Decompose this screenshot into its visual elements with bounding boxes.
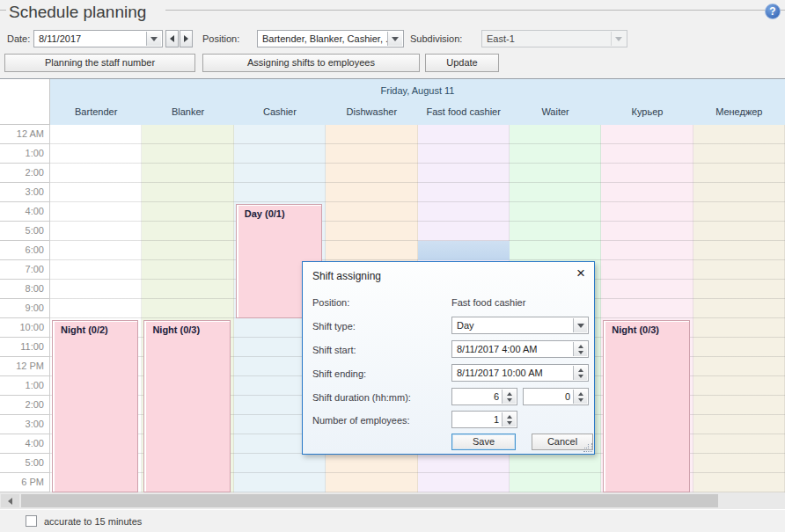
shift-block-3[interactable]: Night (0/3) — [143, 320, 230, 492]
title-rule-left — [0, 10, 6, 11]
shift-block-2[interactable]: Night (0/2) — [52, 320, 138, 492]
subdivision-label: Subdivision: — [410, 33, 462, 44]
shift-type-value: Day — [457, 320, 572, 331]
dlg-duration-label: Shift duration (hh:mm): — [312, 392, 411, 403]
time-label-15: 2:00 — [0, 396, 50, 415]
shift-block-label: Night (0/2) — [53, 321, 137, 335]
time-label-2: 1:00 — [0, 144, 50, 164]
time-label-5: 4:00 — [0, 202, 50, 222]
spin-up-icon — [507, 415, 512, 419]
employees-spinner[interactable] — [502, 412, 516, 426]
chevron-down-icon — [392, 37, 399, 41]
duration-minutes-value: 0 — [528, 391, 570, 402]
column-header-6: Waiter — [510, 101, 601, 125]
shift-block-4[interactable]: Night (0/3) — [603, 320, 689, 492]
spin-down-icon — [507, 421, 512, 425]
assigning-shifts-button[interactable]: Assigning shifts to employees — [202, 54, 420, 72]
subdivision-value: East-1 — [487, 33, 611, 44]
grid-column-8[interactable] — [693, 125, 785, 492]
chevron-left-icon — [8, 498, 12, 505]
shift-type-combo[interactable]: Day — [451, 317, 589, 334]
time-label-14: 1:00 — [0, 376, 50, 396]
chevron-down-icon — [150, 37, 158, 41]
page-title: Schedule planning — [9, 3, 153, 22]
duration-hours-value: 6 — [457, 391, 499, 402]
time-label-13: 12 PM — [0, 357, 50, 376]
time-label-4: 3:00 — [0, 183, 50, 202]
time-label-18: 5:00 — [0, 454, 50, 473]
shift-type-dropdown-button[interactable] — [573, 318, 587, 332]
dlg-position-value: Fast food cashier — [451, 297, 525, 308]
column-header-5: Fast food cashier — [418, 101, 510, 125]
spin-down-icon — [578, 351, 583, 354]
duration-minutes-spinner[interactable] — [573, 390, 587, 404]
scroll-left-button[interactable] — [1, 494, 19, 507]
time-label-9: 8:00 — [0, 280, 50, 299]
duration-minutes-field[interactable]: 0 — [523, 388, 589, 405]
spin-down-icon — [507, 398, 512, 402]
dlg-shift-start-label: Shift start: — [312, 345, 356, 355]
chevron-down-icon — [615, 37, 622, 41]
employees-field[interactable]: 1 — [451, 411, 517, 428]
column-header-1: Bartender — [50, 101, 142, 125]
dlg-shift-type-label: Shift type: — [312, 321, 356, 332]
time-label-10: 9:00 — [0, 299, 50, 318]
spin-down-icon — [578, 375, 583, 378]
dlg-employees-label: Number of employees: — [312, 415, 410, 426]
position-dropdown-button[interactable] — [387, 32, 402, 46]
duration-hours-field[interactable]: 6 — [451, 388, 517, 405]
dlg-shift-ending-label: Shift ending: — [312, 368, 366, 379]
dialog-title: Shift assigning — [312, 270, 381, 282]
arrow-right-icon — [184, 35, 188, 42]
next-day-button[interactable] — [180, 30, 193, 47]
date-label: Date: — [7, 33, 30, 44]
shift-assigning-dialog: Shift assigning × Position: Fast food ca… — [302, 261, 595, 455]
shift-block-label: Night (0/3) — [144, 321, 229, 335]
column-header-4: Dishwasher — [326, 101, 417, 125]
time-label-17: 4:00 — [0, 434, 50, 454]
position-combo[interactable]: Bartender, Blanker, Cashier, ... — [257, 30, 404, 47]
horizontal-scrollbar[interactable] — [0, 492, 785, 509]
shift-ending-field[interactable]: 8/11/2017 10:00 AM — [451, 364, 589, 382]
subdivision-combo: East-1 — [481, 30, 627, 47]
prev-day-button[interactable] — [165, 30, 179, 47]
date-header: Friday, August 11 — [50, 79, 785, 101]
accuracy-checkbox-label: accurate to 15 minutes — [44, 516, 142, 527]
column-header-7: Курьер — [601, 101, 693, 125]
title-rule-right — [165, 10, 785, 11]
spin-up-icon — [578, 368, 583, 372]
date-value: 8/11/2017 — [39, 33, 146, 44]
update-button[interactable]: Update — [425, 54, 499, 72]
time-label-1: 12 AM — [0, 125, 50, 144]
column-header-8: Менеджер — [693, 101, 785, 125]
column-header-2: Blanker — [142, 101, 233, 125]
shift-start-spinner[interactable] — [573, 342, 587, 356]
scrollbar-thumb[interactable] — [21, 494, 718, 507]
column-header-3: Cashier — [234, 101, 326, 125]
column-header-row: BartenderBlankerCashierDishwasherFast fo… — [50, 101, 785, 125]
shift-ending-spinner[interactable] — [573, 366, 587, 380]
shift-ending-value: 8/11/2017 10:00 AM — [457, 368, 572, 378]
time-label-12: 11:00 — [0, 338, 50, 357]
duration-hours-spinner[interactable] — [502, 390, 516, 404]
resize-grip-icon[interactable] — [583, 443, 592, 452]
accuracy-checkbox[interactable] — [26, 515, 37, 527]
planning-staff-button[interactable]: Planning the staff number — [4, 54, 195, 72]
time-label-16: 3:00 — [0, 415, 50, 434]
time-label-3: 2:00 — [0, 164, 50, 183]
shift-block-label: Night (0/3) — [604, 321, 688, 335]
shift-start-value: 8/11/2017 4:00 AM — [457, 344, 572, 354]
help-icon[interactable]: ? — [765, 4, 781, 19]
close-icon[interactable]: × — [576, 265, 585, 282]
time-label-8: 7:00 — [0, 260, 50, 280]
arrow-left-icon — [170, 35, 174, 42]
time-label-6: 5:00 — [0, 222, 50, 241]
date-field[interactable]: 8/11/2017 — [33, 30, 163, 47]
save-button[interactable]: Save — [451, 434, 516, 450]
date-dropdown-button[interactable] — [146, 32, 161, 46]
chevron-down-icon — [577, 324, 584, 328]
time-gutter: 12 AM1:002:003:004:005:006:007:008:009:0… — [0, 125, 50, 492]
shift-block-label: Day (0/1) — [237, 205, 321, 219]
shift-start-field[interactable]: 8/11/2017 4:00 AM — [451, 340, 589, 358]
spin-up-icon — [578, 345, 583, 348]
